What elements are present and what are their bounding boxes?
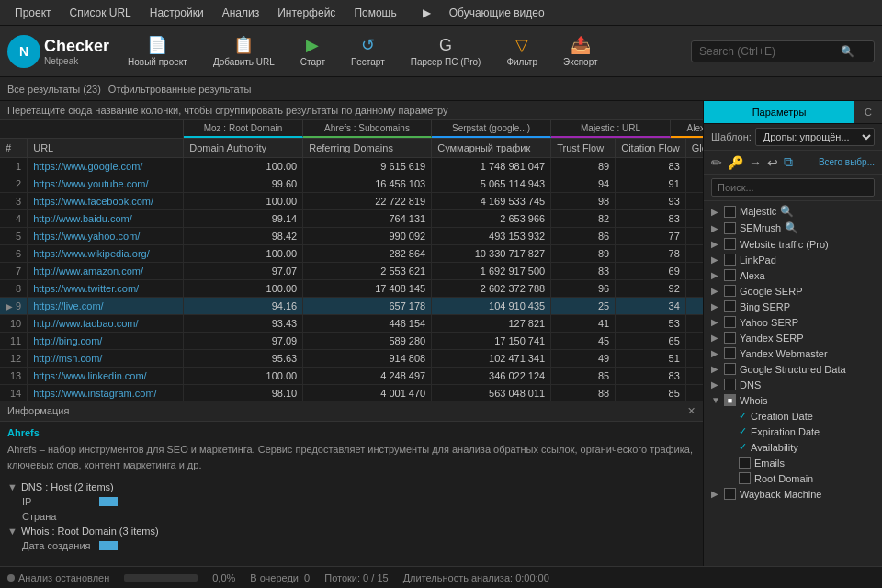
menu-item-urls[interactable]: Список URL bbox=[62, 5, 139, 21]
col-header-url[interactable]: URL bbox=[28, 139, 184, 158]
tree-item[interactable]: ▶ Google Structured Data bbox=[704, 361, 882, 377]
tree-item[interactable]: ▶ Google SERP bbox=[704, 283, 882, 299]
tree-item[interactable]: ✓ Creation Date bbox=[704, 408, 882, 424]
tree-checkbox[interactable] bbox=[739, 472, 751, 484]
tree-item[interactable]: ▶ LinkPad bbox=[704, 252, 882, 267]
table-row[interactable]: 11 http://bing.com/ 97.09 589 280 17 150… bbox=[0, 333, 703, 350]
filter-results-link[interactable]: Отфильтрованные результаты bbox=[108, 84, 252, 95]
tree-checkbox[interactable] bbox=[739, 457, 751, 469]
table-row[interactable]: 14 https://www.instagram.com/ 98.10 4 00… bbox=[0, 385, 703, 401]
tree-item[interactable]: ▶ Yahoo SERP bbox=[704, 314, 882, 330]
tree-item[interactable]: ✓ Expiration Date bbox=[704, 424, 882, 439]
cell-url[interactable]: https://www.instagram.com/ bbox=[28, 385, 184, 401]
info-close-icon[interactable]: ✕ bbox=[687, 405, 695, 417]
tree-checkbox[interactable]: ■ bbox=[724, 394, 736, 406]
tree-checkbox[interactable] bbox=[724, 488, 736, 500]
tree-item[interactable]: ▶ Yandex SERP bbox=[704, 330, 882, 345]
menu-item-interface[interactable]: Интерфейс bbox=[270, 5, 343, 21]
table-area[interactable]: Перетащите сюда название колонки, чтобы … bbox=[0, 101, 703, 401]
tree-checkbox[interactable] bbox=[724, 332, 736, 344]
tree-checkbox[interactable] bbox=[724, 363, 736, 375]
col-header-traffic[interactable]: Суммарный трафик bbox=[432, 139, 551, 158]
tree-checkbox[interactable]: ✓ bbox=[739, 410, 747, 422]
tree-item[interactable]: ▶ Wayback Machine bbox=[704, 486, 882, 502]
cell-url[interactable]: http://www.taobao.com/ bbox=[28, 315, 184, 333]
dns-group[interactable]: ▼ DNS : Host (2 items) bbox=[7, 480, 159, 494]
tree-item[interactable]: ▶ Website traffic (Pro) bbox=[704, 236, 882, 252]
table-row[interactable]: 3 https://www.facebook.com/ 100.00 22 72… bbox=[0, 193, 703, 210]
cell-url[interactable]: http://msn.com/ bbox=[28, 350, 184, 368]
search-input[interactable] bbox=[699, 45, 837, 58]
table-row[interactable]: 7 http://www.amazon.com/ 97.07 2 553 621… bbox=[0, 263, 703, 280]
cell-url[interactable]: https://www.yahoo.com/ bbox=[28, 228, 184, 245]
pencil-icon[interactable]: ✏ bbox=[711, 155, 722, 170]
table-row[interactable]: 10 http://www.taobao.com/ 93.43 446 154 … bbox=[0, 315, 703, 333]
parser-button[interactable]: G Парсер ПС (Pro) bbox=[403, 32, 489, 71]
cell-url[interactable]: https://www.youtube.com/ bbox=[28, 175, 184, 193]
tree-checkbox[interactable] bbox=[724, 300, 736, 312]
tree-checkbox[interactable] bbox=[724, 269, 736, 281]
cell-url[interactable]: https://www.twitter.com/ bbox=[28, 280, 184, 298]
tree-item[interactable]: ▶ Majestic 🔍 bbox=[704, 203, 882, 220]
col-header-da[interactable]: Domain Authority bbox=[184, 139, 303, 158]
params-search-input[interactable] bbox=[711, 178, 875, 197]
cell-url[interactable]: https://www.linkedin.com/ bbox=[28, 368, 184, 385]
cell-url[interactable]: http://bing.com/ bbox=[28, 333, 184, 350]
reply-icon[interactable]: ↩ bbox=[767, 155, 778, 170]
restart-button[interactable]: ↺ Рестарт bbox=[344, 31, 392, 71]
tree-checkbox[interactable]: ✓ bbox=[739, 425, 747, 437]
table-row[interactable]: 2 https://www.youtube.com/ 99.60 16 456 … bbox=[0, 175, 703, 193]
tree-item[interactable]: ▶ SEMrush 🔍 bbox=[704, 220, 882, 236]
tree-checkbox[interactable] bbox=[724, 316, 736, 328]
tree-checkbox[interactable] bbox=[724, 254, 736, 266]
table-row[interactable]: ▶ 9 https://live.com/ 94.16 657 178 104 … bbox=[0, 298, 703, 315]
tree-item[interactable]: ✓ Availability bbox=[704, 439, 882, 455]
col-header-num[interactable]: # bbox=[0, 139, 28, 158]
menu-item-youtube[interactable]: ▶ Обучающие видео bbox=[408, 3, 560, 23]
tree-checkbox[interactable] bbox=[724, 347, 736, 359]
table-row[interactable]: 12 http://msn.com/ 95.63 914 808 102 471… bbox=[0, 350, 703, 368]
start-button[interactable]: ▶ Старт bbox=[293, 31, 333, 71]
whois-group[interactable]: ▼ Whois : Root Domain (3 items) bbox=[7, 524, 159, 538]
tree-checkbox[interactable] bbox=[724, 238, 736, 250]
tab-params[interactable]: Параметры bbox=[704, 101, 854, 123]
add-url-button[interactable]: 📋 Добавить URL bbox=[206, 31, 282, 71]
tree-item[interactable]: ▼ ■ Whois bbox=[704, 392, 882, 408]
export-button[interactable]: 📤 Экспорт bbox=[556, 31, 605, 71]
table-row[interactable]: 1 https://www.google.com/ 100.00 9 615 6… bbox=[0, 158, 703, 175]
new-project-button[interactable]: 📄 Новый проект bbox=[120, 31, 195, 71]
filter-button[interactable]: ▽ Фильтр bbox=[499, 31, 545, 71]
tree-item[interactable]: ▶ DNS bbox=[704, 377, 882, 392]
tree-item[interactable]: ▶ Yandex Webmaster bbox=[704, 345, 882, 361]
key-icon[interactable]: 🔑 bbox=[728, 155, 743, 170]
tree-checkbox[interactable] bbox=[724, 222, 736, 234]
menu-item-settings[interactable]: Настройки bbox=[142, 5, 211, 21]
tab-other[interactable]: C bbox=[854, 101, 882, 123]
tree-checkbox[interactable]: ✓ bbox=[739, 441, 747, 453]
cell-url[interactable]: http://www.amazon.com/ bbox=[28, 263, 184, 280]
col-header-rd[interactable]: Referring Domains bbox=[303, 139, 432, 158]
select-all-button[interactable]: Всего выбр... bbox=[819, 157, 875, 167]
cell-url[interactable]: https://www.facebook.com/ bbox=[28, 193, 184, 210]
menu-item-analysis[interactable]: Анализ bbox=[215, 5, 267, 21]
tree-checkbox[interactable] bbox=[724, 379, 736, 390]
copy-icon[interactable]: ⧉ bbox=[784, 154, 793, 170]
table-row[interactable]: 8 https://www.twitter.com/ 100.00 17 408… bbox=[0, 280, 703, 298]
tree-item[interactable]: ▶ Bing SERP bbox=[704, 299, 882, 314]
cell-url[interactable]: http://www.baidu.com/ bbox=[28, 210, 184, 228]
menu-item-help[interactable]: Помощь bbox=[346, 5, 403, 21]
cell-url[interactable]: https://live.com/ bbox=[28, 298, 184, 315]
cell-url[interactable]: https://www.wikipedia.org/ bbox=[28, 245, 184, 263]
search-area[interactable]: 🔍 bbox=[691, 40, 875, 62]
table-row[interactable]: 5 https://www.yahoo.com/ 98.42 990 092 4… bbox=[0, 228, 703, 245]
tree-item[interactable]: Emails bbox=[704, 455, 882, 470]
tree-item[interactable]: Root Domain bbox=[704, 470, 882, 486]
tree-item[interactable]: ▶ Alexa bbox=[704, 267, 882, 283]
cell-url[interactable]: https://www.google.com/ bbox=[28, 158, 184, 175]
col-header-tf[interactable]: Trust Flow bbox=[551, 139, 616, 158]
col-header-cf[interactable]: Citation Flow bbox=[616, 139, 686, 158]
table-row[interactable]: 4 http://www.baidu.com/ 99.14 764 131 2 … bbox=[0, 210, 703, 228]
menu-item-project[interactable]: Проект bbox=[7, 5, 59, 21]
table-row[interactable]: 13 https://www.linkedin.com/ 100.00 4 24… bbox=[0, 368, 703, 385]
template-select[interactable]: Дропы: упрощён... bbox=[755, 128, 875, 146]
